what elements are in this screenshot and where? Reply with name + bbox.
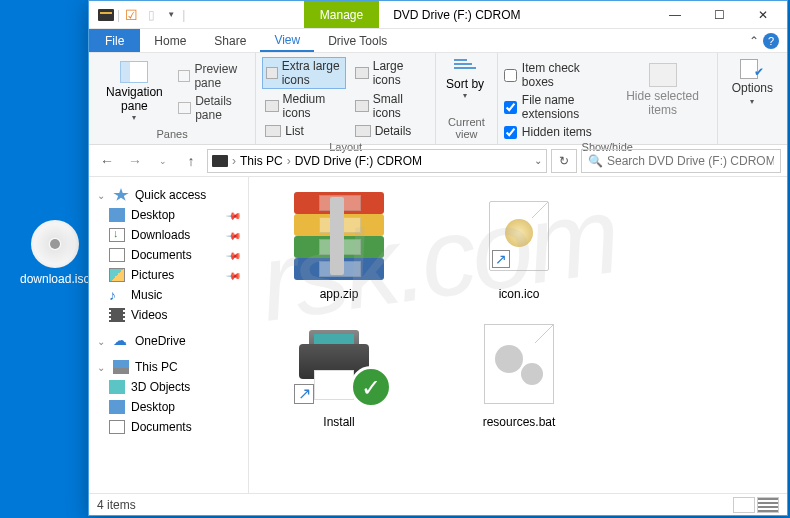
- file-item-archive[interactable]: app.zip: [269, 187, 409, 305]
- view-extra-large-icons[interactable]: Extra large icons: [262, 57, 345, 89]
- pin-icon: 📌: [226, 267, 242, 283]
- documents-icon: [109, 248, 125, 262]
- maximize-button[interactable]: ☐: [697, 1, 741, 29]
- downloads-icon: [109, 228, 125, 242]
- preview-pane-button[interactable]: Preview pane: [178, 62, 249, 90]
- status-bar: 4 items: [89, 493, 787, 515]
- minimize-button[interactable]: —: [653, 1, 697, 29]
- music-icon: ♪: [109, 288, 125, 302]
- refresh-button[interactable]: ↻: [551, 149, 577, 173]
- item-checkboxes-toggle[interactable]: Item check boxes: [504, 61, 605, 89]
- breadcrumb-segment[interactable]: This PC: [240, 154, 283, 168]
- file-item-install[interactable]: ✓↗ Install: [269, 315, 409, 433]
- star-icon: [113, 188, 129, 202]
- options-button[interactable]: ✔ Options ▾: [724, 57, 781, 126]
- videos-icon: [109, 308, 125, 322]
- search-box[interactable]: 🔍: [581, 149, 781, 173]
- qat-dropdown-icon[interactable]: ▼: [162, 6, 180, 24]
- hide-selected-button[interactable]: Hide selected items: [614, 61, 710, 139]
- ribbon-group-current-view: Sort by ▾ Current view: [436, 53, 498, 144]
- details-pane-button[interactable]: Details pane: [178, 94, 249, 122]
- ribbon-tabs: File Home Share View Drive Tools ⌃ ?: [89, 29, 787, 53]
- pin-icon: 📌: [226, 207, 242, 223]
- desktop-icon: [109, 400, 125, 414]
- properties-qat-icon[interactable]: ☑: [122, 6, 140, 24]
- 3d-icon: [109, 380, 125, 394]
- navigation-pane-button[interactable]: Navigation pane ▾: [95, 59, 174, 125]
- tree-downloads[interactable]: Downloads📌: [89, 225, 248, 245]
- icons-view-button[interactable]: [757, 497, 779, 513]
- tab-drive-tools[interactable]: Drive Tools: [314, 29, 401, 52]
- ribbon-group-panes: Navigation pane ▾ Preview pane Details p…: [89, 53, 256, 144]
- checkmark-icon: ✓: [350, 366, 392, 408]
- tree-music[interactable]: ♪Music: [89, 285, 248, 305]
- iso-icon: [31, 220, 79, 268]
- view-large-icons[interactable]: Large icons: [352, 57, 429, 89]
- view-list[interactable]: List: [262, 123, 345, 139]
- tree-quick-access[interactable]: Quick access: [89, 185, 248, 205]
- cloud-icon: ☁: [113, 334, 129, 348]
- file-explorer-window: | ☑ ▯ ▼ | Manage DVD Drive (F:) CDROM — …: [88, 0, 788, 516]
- tree-pc-documents[interactable]: Documents: [89, 417, 248, 437]
- file-item-batch[interactable]: resources.bat: [449, 315, 589, 433]
- hidden-items-toggle[interactable]: Hidden items: [504, 125, 605, 139]
- breadcrumb-segment[interactable]: DVD Drive (F:) CDROM: [295, 154, 422, 168]
- app-icon: [97, 6, 115, 24]
- tree-pc-desktop[interactable]: Desktop: [89, 397, 248, 417]
- ribbon-group-layout: Extra large icons Large icons Medium ico…: [256, 53, 436, 144]
- recent-dropdown[interactable]: ⌄: [151, 149, 175, 173]
- separator: |: [182, 8, 185, 22]
- navigation-bar: ← → ⌄ ↑ › This PC › DVD Drive (F:) CDROM…: [89, 145, 787, 177]
- separator: |: [117, 8, 120, 22]
- ribbon: Navigation pane ▾ Preview pane Details p…: [89, 53, 787, 145]
- pin-icon: 📌: [226, 247, 242, 263]
- ribbon-group-show-hide: Item check boxes File name extensions Hi…: [498, 53, 718, 144]
- tab-file[interactable]: File: [89, 29, 140, 52]
- ribbon-group-options: ✔ Options ▾: [718, 53, 787, 144]
- item-count: 4 items: [97, 498, 136, 512]
- tree-pictures[interactable]: Pictures📌: [89, 265, 248, 285]
- tab-share[interactable]: Share: [200, 29, 260, 52]
- back-button[interactable]: ←: [95, 149, 119, 173]
- close-button[interactable]: ✕: [741, 1, 785, 29]
- desktop-file-label: download.iso: [20, 272, 90, 286]
- address-dropdown-icon[interactable]: ⌄: [534, 155, 542, 166]
- tree-onedrive[interactable]: ☁OneDrive: [89, 331, 248, 351]
- up-button[interactable]: ↑: [179, 149, 203, 173]
- collapse-ribbon-icon[interactable]: ⌃: [749, 34, 759, 48]
- desktop-icon: [109, 208, 125, 222]
- file-item-icon[interactable]: ↗ icon.ico: [449, 187, 589, 305]
- forward-button[interactable]: →: [123, 149, 147, 173]
- pictures-icon: [109, 268, 125, 282]
- pc-icon: [113, 360, 129, 374]
- file-list[interactable]: app.zip ↗ icon.ico ✓↗ Install resources.…: [249, 177, 787, 493]
- tree-videos[interactable]: Videos: [89, 305, 248, 325]
- window-title: DVD Drive (F:) CDROM: [379, 8, 534, 22]
- tree-desktop[interactable]: Desktop📌: [89, 205, 248, 225]
- tree-3d-objects[interactable]: 3D Objects: [89, 377, 248, 397]
- sort-by-button[interactable]: Sort by ▾: [442, 57, 488, 114]
- tab-view[interactable]: View: [260, 29, 314, 52]
- documents-icon: [109, 420, 125, 434]
- shortcut-arrow-icon: ↗: [492, 250, 510, 268]
- shortcut-arrow-icon: ↗: [294, 384, 314, 404]
- location-icon: [212, 155, 228, 167]
- tree-documents[interactable]: Documents📌: [89, 245, 248, 265]
- tree-this-pc[interactable]: This PC: [89, 357, 248, 377]
- address-bar[interactable]: › This PC › DVD Drive (F:) CDROM ⌄: [207, 149, 547, 173]
- view-small-icons[interactable]: Small icons: [352, 91, 429, 121]
- titlebar: | ☑ ▯ ▼ | Manage DVD Drive (F:) CDROM — …: [89, 1, 787, 29]
- desktop-file[interactable]: download.iso: [20, 220, 90, 286]
- file-extensions-toggle[interactable]: File name extensions: [504, 93, 605, 121]
- search-input[interactable]: [607, 154, 774, 168]
- details-view-button[interactable]: [733, 497, 755, 513]
- context-tab-manage[interactable]: Manage: [304, 1, 379, 28]
- tab-home[interactable]: Home: [140, 29, 200, 52]
- help-icon[interactable]: ?: [763, 33, 779, 49]
- pin-icon: 📌: [226, 227, 242, 243]
- view-medium-icons[interactable]: Medium icons: [262, 91, 345, 121]
- new-folder-qat-icon[interactable]: ▯: [142, 6, 160, 24]
- search-icon: 🔍: [588, 154, 603, 168]
- view-details[interactable]: Details: [352, 123, 429, 139]
- navigation-tree: Quick access Desktop📌 Downloads📌 Documen…: [89, 177, 249, 493]
